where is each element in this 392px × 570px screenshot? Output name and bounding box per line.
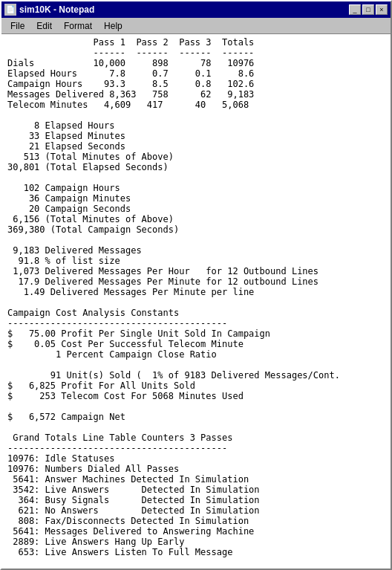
app-icon: 📄 xyxy=(4,4,16,16)
title-bar-left: 📄 sim10K - Notepad xyxy=(4,4,94,16)
minimize-button[interactable]: _ xyxy=(349,4,361,15)
title-buttons: _ □ × xyxy=(349,4,388,15)
menu-file[interactable]: File xyxy=(4,19,30,33)
main-content: Pass 1 Pass 2 Pass 3 Totals ------ -----… xyxy=(1,34,391,569)
maximize-button[interactable]: □ xyxy=(362,4,374,15)
menu-edit[interactable]: Edit xyxy=(30,19,58,33)
menu-bar: File Edit Format Help xyxy=(1,18,391,34)
close-button[interactable]: × xyxy=(376,4,388,15)
main-window: 📄 sim10K - Notepad _ □ × File Edit Forma… xyxy=(0,0,392,570)
menu-help[interactable]: Help xyxy=(98,19,128,33)
text-content: Pass 1 Pass 2 Pass 3 Totals ------ -----… xyxy=(7,37,385,557)
title-bar: 📄 sim10K - Notepad _ □ × xyxy=(1,1,391,18)
window-title: sim10K - Notepad xyxy=(19,4,94,15)
text-area-scroll[interactable]: Pass 1 Pass 2 Pass 3 Totals ------ -----… xyxy=(1,34,391,569)
menu-format[interactable]: Format xyxy=(58,19,98,33)
